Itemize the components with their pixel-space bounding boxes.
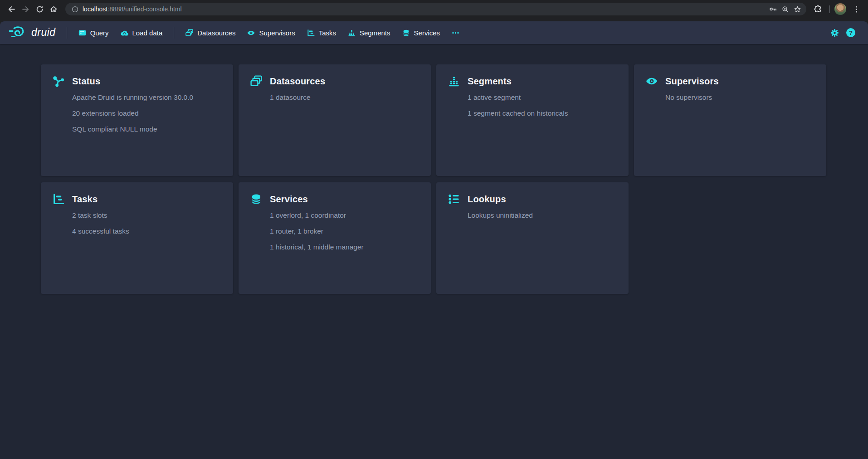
home-icon xyxy=(49,5,58,14)
nav-item-load-data[interactable]: Load data xyxy=(115,21,169,44)
back-button[interactable] xyxy=(5,2,19,16)
more-ellipsis-icon xyxy=(452,29,459,37)
card-title: Status xyxy=(72,76,100,87)
card-title: Segments xyxy=(468,76,512,87)
nav-item-label: Services xyxy=(414,29,440,37)
card-title: Lookups xyxy=(468,194,506,205)
card-header: Lookups xyxy=(448,193,617,205)
brand-name: druid xyxy=(31,26,56,39)
url-text: localhost:8888/unified-console.html xyxy=(83,5,182,13)
nav-item-query[interactable]: Query xyxy=(73,21,115,44)
database-icon xyxy=(250,193,262,205)
card-header: Tasks xyxy=(53,193,221,205)
help-glyph: ? xyxy=(849,29,853,36)
druid-navbar: druid Query Load data Datasources Superv… xyxy=(0,21,868,44)
druid-console-page: druid Query Load data Datasources Superv… xyxy=(0,21,868,459)
card-stat-line: 20 extensions loaded xyxy=(72,108,221,118)
card-title: Supervisors xyxy=(665,76,719,87)
url-host: localhost xyxy=(83,5,107,13)
card-stat-line: 1 historical, 1 middle manager xyxy=(270,242,419,252)
nav-right-actions: ? xyxy=(830,28,862,37)
star-icon xyxy=(794,5,801,13)
eye-icon xyxy=(646,75,658,87)
status-cards-grid: Status Apache Druid is running version 3… xyxy=(41,64,868,294)
stacked-bars-icon xyxy=(448,75,460,87)
forward-arrow-icon xyxy=(21,5,30,14)
card-segments[interactable]: Segments 1 active segment1 segment cache… xyxy=(436,64,629,176)
card-title: Tasks xyxy=(72,194,98,205)
card-header: Supervisors xyxy=(646,75,814,87)
layers-icon xyxy=(250,75,262,87)
zoom-button[interactable] xyxy=(779,3,791,15)
card-datasources[interactable]: Datasources 1 datasource xyxy=(239,64,431,176)
card-stat-line: 1 router, 1 broker xyxy=(270,226,419,236)
card-lines: 1 datasource xyxy=(250,93,419,103)
key-icon xyxy=(769,5,777,13)
card-stat-line: 1 segment cached on historicals xyxy=(468,108,617,118)
site-info-icon[interactable] xyxy=(69,4,80,15)
nav-item-services[interactable]: Services xyxy=(396,21,446,44)
browser-menu-button[interactable] xyxy=(849,2,863,16)
layers-icon xyxy=(185,29,193,37)
card-title: Services xyxy=(270,194,308,205)
back-arrow-icon xyxy=(7,5,16,14)
card-title: Datasources xyxy=(270,76,325,87)
card-lookups[interactable]: Lookups Lookups uninitialized xyxy=(436,182,629,294)
nav-item-label: Datasources xyxy=(197,29,235,37)
gantt-icon xyxy=(307,29,315,37)
card-header: Services xyxy=(250,193,419,205)
nav-divider xyxy=(174,27,174,39)
card-tasks[interactable]: Tasks 2 task slots4 successful tasks xyxy=(41,182,233,294)
card-lines: Apache Druid is running version 30.0.020… xyxy=(53,93,221,134)
card-lines: 1 active segment1 segment cached on hist… xyxy=(448,93,617,118)
card-stat-line: Apache Druid is running version 30.0.0 xyxy=(72,93,221,103)
card-lines: 2 task slots4 successful tasks xyxy=(53,210,221,236)
reload-button[interactable] xyxy=(33,2,47,16)
nav-item-segments[interactable]: Segments xyxy=(342,21,396,44)
url-path: :8888/unified-console.html xyxy=(107,5,181,13)
app-window-icon xyxy=(78,29,86,37)
profile-avatar[interactable] xyxy=(834,3,846,15)
home-button[interactable] xyxy=(47,2,61,16)
card-stat-line: No supervisors xyxy=(665,93,814,103)
address-bar[interactable]: localhost:8888/unified-console.html xyxy=(65,3,806,15)
toolbar-divider xyxy=(829,5,830,13)
home-view: Status Apache Druid is running version 3… xyxy=(0,44,868,294)
password-manager-button[interactable] xyxy=(767,3,779,15)
bookmark-button[interactable] xyxy=(791,3,804,15)
settings-button[interactable] xyxy=(830,29,839,37)
card-lines: Lookups uninitialized xyxy=(448,210,617,220)
nav-item-datasources[interactable]: Datasources xyxy=(180,21,241,44)
help-button[interactable]: ? xyxy=(846,28,855,37)
card-stat-line: 1 active segment xyxy=(468,93,617,103)
card-status[interactable]: Status Apache Druid is running version 3… xyxy=(41,64,233,176)
card-stat-line: 1 datasource xyxy=(270,93,419,103)
reload-icon xyxy=(35,5,44,14)
card-lines: No supervisors xyxy=(646,93,814,103)
browser-chrome: localhost:8888/unified-console.html xyxy=(0,0,868,21)
kebab-menu-icon xyxy=(852,5,861,14)
druid-logo-icon xyxy=(8,26,26,40)
nav-item-label: Segments xyxy=(360,29,390,37)
cloud-upload-icon xyxy=(121,29,128,37)
nav-group-views: Datasources Supervisors Tasks Segments S… xyxy=(180,21,465,44)
card-stat-line: Lookups uninitialized xyxy=(468,210,617,220)
extensions-button[interactable] xyxy=(811,2,825,16)
nav-item-more[interactable] xyxy=(446,21,465,44)
forward-button[interactable] xyxy=(19,2,33,16)
nav-item-supervisors[interactable]: Supervisors xyxy=(241,21,301,44)
nav-item-label: Supervisors xyxy=(259,29,295,37)
nav-item-tasks[interactable]: Tasks xyxy=(301,21,342,44)
nav-divider xyxy=(67,27,67,39)
gantt-icon xyxy=(53,193,64,205)
list-icon xyxy=(448,193,460,205)
gear-icon xyxy=(830,29,839,37)
nav-item-label: Load data xyxy=(132,29,163,37)
druid-brand[interactable]: druid xyxy=(5,26,61,40)
card-services[interactable]: Services 1 overlord, 1 coordinator1 rout… xyxy=(239,182,431,294)
eye-icon xyxy=(247,29,255,37)
stacked-bars-icon xyxy=(348,29,356,37)
nav-item-label: Tasks xyxy=(319,29,336,37)
card-supervisors[interactable]: Supervisors No supervisors xyxy=(634,64,826,176)
status-node-icon xyxy=(53,75,64,87)
